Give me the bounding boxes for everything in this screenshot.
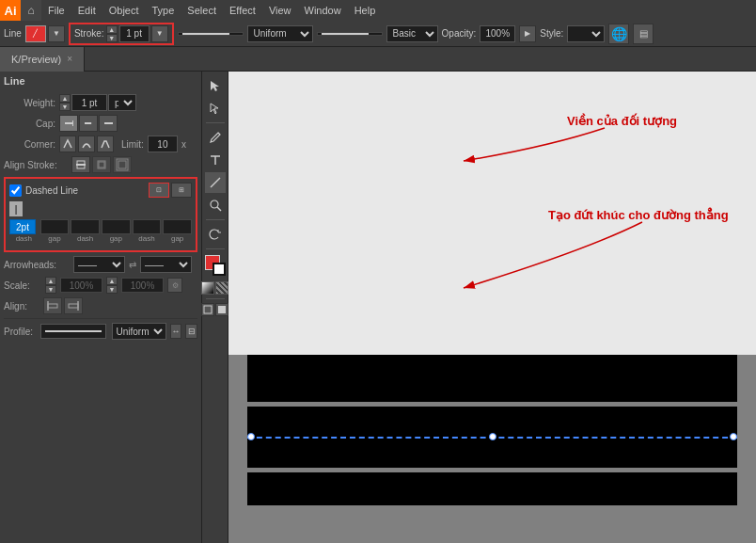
- arrowhead-end-select[interactable]: ——: [140, 256, 192, 273]
- dash-cell-2[interactable]: [40, 219, 70, 234]
- stroke-down-btn[interactable]: ▼: [106, 34, 118, 42]
- cap-round-btn[interactable]: [79, 115, 98, 132]
- globe-btn[interactable]: 🌐: [608, 24, 629, 44]
- align-right-btn[interactable]: [64, 297, 83, 314]
- stroke-color-swatch[interactable]: ╱: [25, 25, 46, 42]
- svg-rect-10: [48, 304, 57, 308]
- dash-cell-5[interactable]: [133, 219, 162, 234]
- stroke-unit-btn[interactable]: ▼: [151, 25, 168, 42]
- line-handle-mid[interactable]: [489, 433, 496, 440]
- line-style-select[interactable]: Uniform: [247, 25, 313, 42]
- black-rect-top: [247, 355, 737, 402]
- basic-preview[interactable]: [317, 32, 383, 36]
- cap-projecting-btn[interactable]: [99, 115, 118, 132]
- menu-effect[interactable]: Effect: [223, 0, 262, 21]
- zoom-tool[interactable]: [205, 195, 226, 216]
- opacity-label: Opacity:: [442, 28, 477, 39]
- dl-1: dash: [9, 234, 39, 243]
- opacity-input[interactable]: [480, 25, 515, 42]
- weight-unit-select[interactable]: pt: [108, 94, 136, 111]
- dl-4: gap: [102, 234, 131, 243]
- corner-round-btn[interactable]: [78, 136, 95, 152]
- scale-row: Scale: ▲ ▼ ▲ ▼ ⚙: [4, 277, 197, 294]
- dashed-checkbox[interactable]: [9, 184, 22, 197]
- menu-window[interactable]: Window: [298, 0, 348, 21]
- dash-cell-4[interactable]: [102, 219, 131, 234]
- menu-object[interactable]: Object: [102, 0, 146, 21]
- preview-mode-btn[interactable]: [215, 303, 228, 316]
- weight-up[interactable]: ▲: [59, 94, 71, 103]
- fill-stroke-swatches[interactable]: [205, 255, 226, 276]
- menu-file[interactable]: File: [41, 0, 71, 21]
- document-tab[interactable]: K/Preview) ×: [0, 47, 85, 72]
- corner-bevel-btn[interactable]: [97, 136, 114, 152]
- dashed-preset2[interactable]: ⊞: [171, 183, 192, 198]
- stroke-up-btn[interactable]: ▲: [106, 25, 118, 34]
- stroke-swatch[interactable]: [213, 263, 226, 276]
- limit-input[interactable]: [148, 136, 178, 152]
- align-center-btn[interactable]: [71, 156, 90, 173]
- arrowhead-label: Arrowheads:: [4, 260, 70, 270]
- profile-select[interactable]: Uniform: [112, 323, 166, 340]
- pen-tool[interactable]: [205, 127, 226, 148]
- scale-input-1[interactable]: [60, 278, 102, 293]
- dash-cell-6[interactable]: [163, 219, 192, 234]
- menu-type[interactable]: Type: [146, 0, 181, 21]
- arrow-swap-icon[interactable]: ⇄: [129, 260, 136, 270]
- menu-select[interactable]: Select: [181, 0, 223, 21]
- line-handle-left[interactable]: [247, 433, 255, 440]
- svg-rect-7: [99, 162, 104, 168]
- line-style-preview[interactable]: [178, 32, 244, 36]
- dash-input-1[interactable]: [9, 219, 36, 234]
- basic-select[interactable]: Basic: [386, 25, 438, 42]
- panel-title: Line: [4, 75, 25, 87]
- gradient-btn[interactable]: [201, 281, 214, 295]
- dash-cell-3[interactable]: [71, 219, 100, 234]
- menu-help[interactable]: Help: [348, 0, 383, 21]
- cap-label: Cap:: [4, 119, 55, 129]
- svg-rect-2: [85, 122, 91, 124]
- profile-flip-btn[interactable]: ↔: [170, 324, 182, 339]
- profile-options-btn[interactable]: ⊟: [185, 324, 197, 339]
- scale2-up[interactable]: ▲: [106, 277, 118, 285]
- dashed-line-wrapper: [247, 437, 737, 439]
- rotate-tool[interactable]: [205, 224, 226, 245]
- dashed-preset1[interactable]: ⊡: [149, 183, 169, 198]
- arrowhead-start-select[interactable]: ——: [73, 256, 125, 273]
- arrange-btn[interactable]: ▤: [633, 24, 654, 44]
- align-outside-btn[interactable]: [113, 156, 132, 173]
- style-select[interactable]: [567, 25, 605, 42]
- panel-title-row: Line: [4, 75, 197, 90]
- limit-label: Limit:: [121, 139, 144, 150]
- stroke-type-btn[interactable]: ▼: [48, 25, 65, 42]
- weight-down[interactable]: ▼: [59, 103, 71, 111]
- scale-input-2[interactable]: [121, 278, 164, 293]
- canvas-area: Viền của đối tượng Tạo đứt khúc cho đườn…: [228, 72, 756, 543]
- scale1-up[interactable]: ▲: [45, 277, 56, 285]
- corner-miter-btn[interactable]: [59, 136, 76, 152]
- left-toolbar: [202, 72, 228, 543]
- direct-selection-tool[interactable]: [205, 98, 226, 119]
- menu-edit[interactable]: Edit: [71, 0, 102, 21]
- cap-butt-btn[interactable]: [59, 115, 78, 132]
- style-label: Style:: [540, 28, 563, 39]
- scale2-down[interactable]: ▼: [106, 285, 118, 294]
- toolbar-sep-3: [206, 248, 225, 249]
- weight-input[interactable]: [71, 94, 107, 111]
- line-tool[interactable]: [205, 172, 226, 193]
- menu-view[interactable]: View: [262, 0, 298, 21]
- cap-row: Cap:: [4, 115, 197, 132]
- align-inside-btn[interactable]: [92, 156, 111, 173]
- home-icon[interactable]: ⌂: [21, 0, 41, 21]
- selection-tool[interactable]: [205, 75, 226, 96]
- align-left-btn[interactable]: [43, 297, 62, 314]
- line-handle-right[interactable]: [730, 433, 737, 440]
- scale-link-btn[interactable]: ⚙: [167, 278, 182, 293]
- text-tool[interactable]: [205, 150, 226, 170]
- none-btn[interactable]: [215, 281, 228, 295]
- scale1-down[interactable]: ▼: [45, 285, 56, 294]
- tab-close-btn[interactable]: ×: [67, 54, 72, 64]
- opacity-arrow[interactable]: ▶: [519, 25, 536, 42]
- screen-mode-btn[interactable]: [201, 303, 214, 316]
- stroke-value-input[interactable]: [119, 25, 150, 42]
